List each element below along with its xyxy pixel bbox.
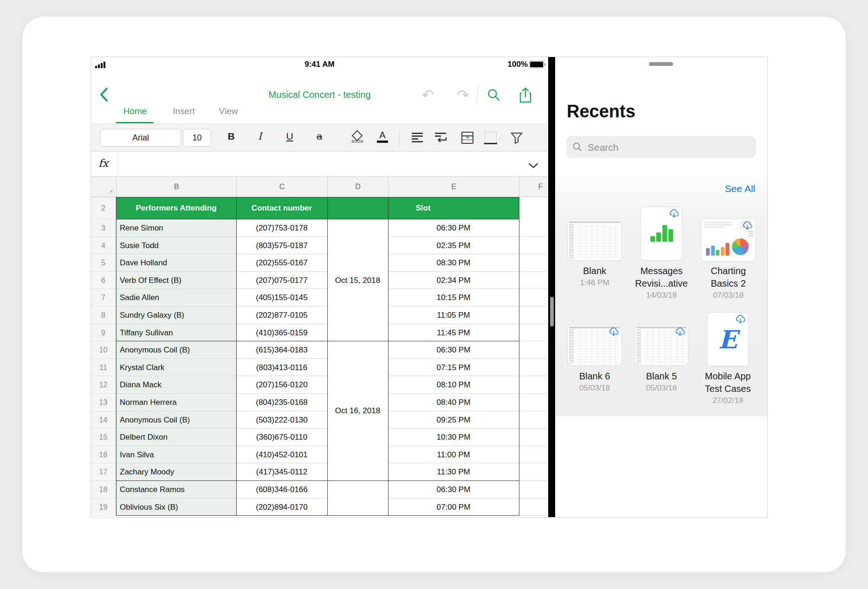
cell-performer[interactable]: Constance Ramos <box>116 481 236 499</box>
recent-doc-card[interactable] <box>641 206 682 261</box>
recent-doc-card[interactable] <box>567 219 622 261</box>
cell-slot-time[interactable]: 06:30 PM <box>388 341 519 359</box>
fill-color-button[interactable] <box>352 132 364 144</box>
column-header-C[interactable]: C <box>236 177 327 197</box>
row-number[interactable]: 5 <box>91 254 116 272</box>
cell-contact[interactable]: (207)075-0177 <box>236 272 327 289</box>
cell-performer[interactable]: Susie Todd <box>116 237 236 255</box>
cell-contact[interactable]: (202)555-0167 <box>236 254 327 272</box>
tab-view[interactable]: View <box>207 106 249 116</box>
cell-contact[interactable]: (503)222-0130 <box>236 411 327 429</box>
cell-performer[interactable]: Diana Mack <box>116 376 236 394</box>
recent-doc-label[interactable]: Messages Revisi...ative14/03/18 <box>630 265 693 300</box>
cell-format-button[interactable]: a <box>461 132 473 144</box>
cell-slot-time[interactable]: 07:15 PM <box>388 359 519 377</box>
row-number[interactable]: 17 <box>91 463 116 481</box>
cell-slot-time[interactable]: 02:34 PM <box>388 272 519 289</box>
cell-performer[interactable]: Rene Simon <box>116 219 236 237</box>
cell-slot-time[interactable]: 07:00 PM <box>388 499 519 516</box>
merged-date-cell[interactable] <box>327 481 388 516</box>
row-number[interactable]: 3 <box>91 219 116 237</box>
cell-contact[interactable]: (207)156-0120 <box>236 376 327 394</box>
cell-contact[interactable]: (360)675-0110 <box>236 429 327 446</box>
recent-doc-card[interactable] <box>635 325 688 365</box>
search-field[interactable] <box>566 136 756 158</box>
cell-performer[interactable]: Sadie Allen <box>116 289 236 307</box>
search-input[interactable] <box>587 136 751 159</box>
cell-performer[interactable]: Dave Holland <box>116 254 236 272</box>
cell-performer[interactable]: Tiffany Sullivan <box>116 324 236 342</box>
cell-performer[interactable]: Anonymous Coil (B) <box>116 411 236 429</box>
cell-slot-time[interactable]: 11:30 PM <box>388 463 519 481</box>
bold-button[interactable]: B <box>226 131 237 142</box>
merged-date-cell[interactable]: Oct 16, 2018 <box>327 341 388 481</box>
cell-slot-time[interactable]: 08:40 PM <box>388 394 519 411</box>
recent-doc-card[interactable] <box>567 325 622 365</box>
recent-doc-label[interactable]: Charting Basics 207/03/18 <box>697 265 760 300</box>
panel-drag-handle[interactable] <box>649 62 673 66</box>
cell-contact[interactable]: (207)753-0178 <box>236 219 327 237</box>
row-number[interactable]: 18 <box>91 481 116 499</box>
row-number[interactable]: 11 <box>91 359 116 377</box>
column-header-D[interactable]: D <box>327 177 388 197</box>
cell-slot-time[interactable]: 08:30 PM <box>388 254 519 272</box>
font-name-select[interactable]: Arial <box>100 129 181 147</box>
cell-contact[interactable]: (803)413-0116 <box>236 359 327 377</box>
recent-doc-label[interactable]: Blank 605/03/18 <box>563 370 626 393</box>
recent-doc-label[interactable]: Blank 505/03/18 <box>630 370 693 393</box>
italic-button[interactable]: I <box>254 131 266 142</box>
split-drag-handle[interactable] <box>550 297 554 327</box>
recent-doc-card[interactable] <box>701 218 756 262</box>
cell-slot-time[interactable]: 11:05 PM <box>388 307 519 324</box>
cell-slot-time[interactable]: 06:30 PM <box>388 481 519 499</box>
cell-slot-time[interactable]: 10:30 PM <box>388 429 519 446</box>
cell-contact[interactable]: (202)894-0170 <box>236 499 327 516</box>
cell-contact[interactable]: (202)877-0105 <box>236 307 327 324</box>
row-number[interactable]: 10 <box>91 341 116 359</box>
cell-contact[interactable]: (417)345-0112 <box>236 463 327 481</box>
cell-slot-time[interactable]: 11:45 PM <box>388 324 519 342</box>
cell-contact[interactable]: (410)365-0159 <box>236 324 327 342</box>
merged-date-cell[interactable]: Oct 15, 2018 <box>327 219 388 341</box>
cell-performer[interactable]: Sundry Galaxy (B) <box>116 307 236 324</box>
row-number[interactable]: 8 <box>91 307 116 324</box>
header-cell-performers[interactable]: Performers Attending <box>116 197 236 219</box>
see-all-link[interactable]: See All <box>725 183 755 194</box>
formula-bar[interactable]: fx <box>91 152 548 177</box>
cell-slot-time[interactable]: 02:35 PM <box>388 237 519 255</box>
cell-performer[interactable]: Norman Herrera <box>116 394 236 411</box>
search-icon[interactable] <box>486 88 501 104</box>
text-color-button[interactable]: A <box>377 132 389 144</box>
cell-contact[interactable]: (405)155-0145 <box>236 289 327 307</box>
header-cell-contact[interactable]: Contact number <box>236 197 327 219</box>
row-number[interactable]: 2 <box>91 197 116 219</box>
cell-performer[interactable]: Oblivious Six (B) <box>116 499 236 516</box>
empty-column-f[interactable] <box>519 219 548 516</box>
cell-contact[interactable]: (803)575-0187 <box>236 237 327 255</box>
cell-contact[interactable]: (410)452-0101 <box>236 446 327 464</box>
recent-doc-label[interactable]: Blank1:46 PM <box>563 265 626 288</box>
row-number[interactable]: 16 <box>91 446 116 464</box>
row-number[interactable]: 13 <box>91 394 116 411</box>
cell-performer[interactable]: Krystal Clark <box>116 359 236 377</box>
cell-contact[interactable]: (608)346-0166 <box>236 481 327 499</box>
row-number[interactable]: 7 <box>91 289 116 307</box>
column-header-E[interactable]: E <box>388 177 519 197</box>
cell-performer[interactable]: Verb Of Effect (B) <box>116 272 236 289</box>
cell-performer[interactable]: Delbert Dixon <box>116 429 236 446</box>
cell-slot-time[interactable]: 10:15 PM <box>388 289 519 307</box>
cell-slot-time[interactable]: 06:30 PM <box>388 219 519 237</box>
column-header-B[interactable]: B <box>116 177 236 197</box>
header-cell-slot[interactable]: Slot <box>327 197 519 219</box>
row-number[interactable]: 12 <box>91 376 116 394</box>
cell-contact[interactable]: (804)235-0168 <box>236 394 327 411</box>
cell-contact[interactable]: (615)364-0183 <box>236 341 327 359</box>
font-size-select[interactable]: 10 <box>183 129 211 147</box>
cell-slot-time[interactable]: 11:00 PM <box>388 446 519 464</box>
tab-insert[interactable]: Insert <box>163 106 205 116</box>
cell-slot-time[interactable]: 08:10 PM <box>388 376 519 394</box>
recent-doc-label[interactable]: Mobile App Test Cases27/02/18 <box>696 370 759 405</box>
row-number[interactable]: 14 <box>91 411 116 429</box>
cell-borders-button[interactable] <box>485 132 497 144</box>
row-number[interactable]: 4 <box>91 237 116 255</box>
